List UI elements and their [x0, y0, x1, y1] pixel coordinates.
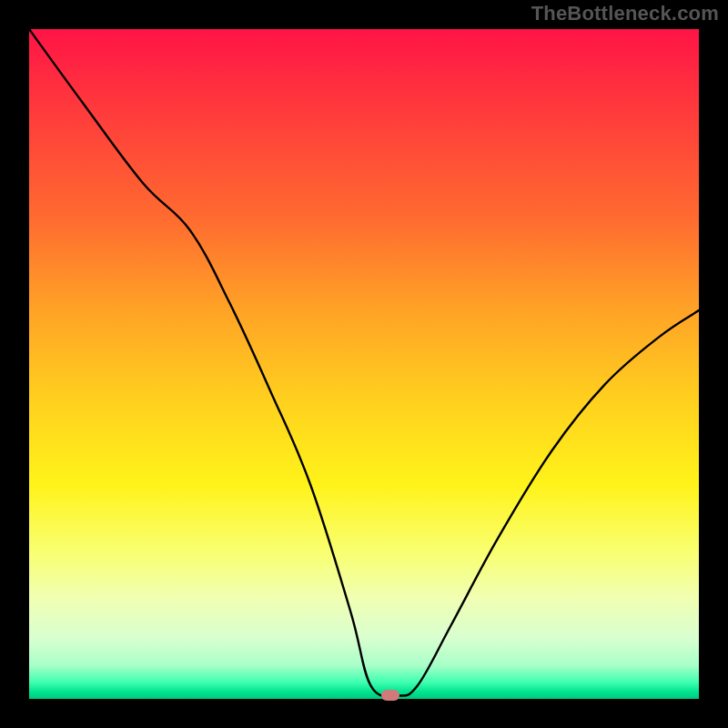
minimum-marker [381, 690, 399, 701]
chart-container: TheBottleneck.com [0, 0, 728, 728]
bottleneck-curve [29, 29, 699, 699]
plot-area [29, 29, 699, 699]
watermark-text: TheBottleneck.com [531, 2, 719, 25]
